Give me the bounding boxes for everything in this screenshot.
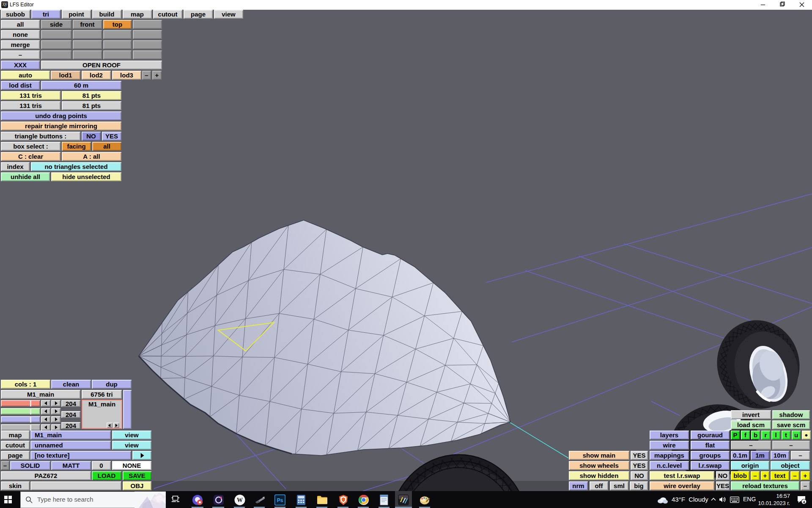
svg-text:W: W [237, 497, 243, 503]
svg-text:Ps: Ps [277, 497, 283, 503]
svg-text:4: 4 [803, 500, 805, 504]
